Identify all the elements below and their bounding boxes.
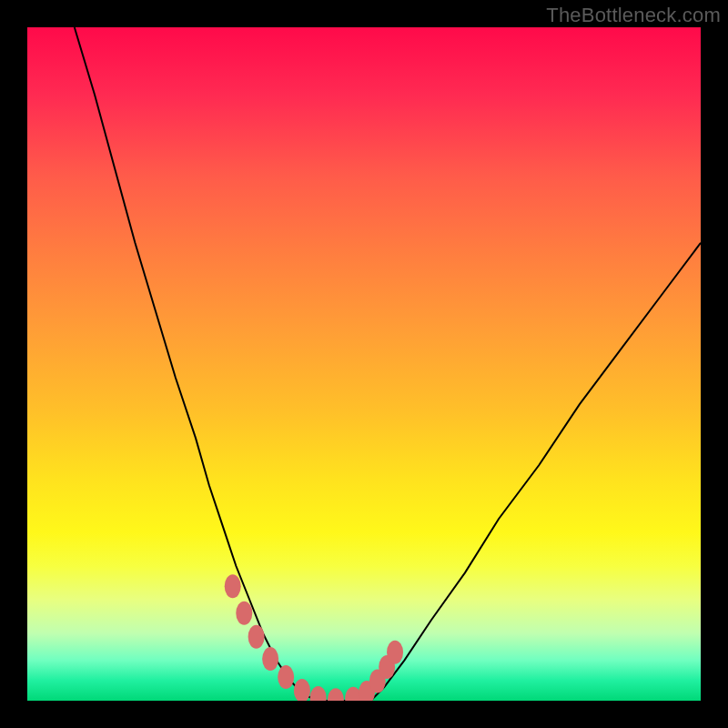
marker-point xyxy=(278,665,294,689)
watermark-text: TheBottleneck.com xyxy=(546,4,721,27)
marker-point xyxy=(310,686,327,701)
marker-point xyxy=(387,641,403,664)
marker-point xyxy=(225,574,241,598)
marker-point xyxy=(294,679,310,701)
chart-container xyxy=(27,27,701,701)
chart-svg xyxy=(27,27,701,701)
curve-left-branch xyxy=(75,27,317,701)
marker-group xyxy=(225,574,403,701)
marker-point xyxy=(248,625,265,649)
marker-point xyxy=(262,647,278,671)
marker-point xyxy=(328,688,344,701)
marker-point xyxy=(236,602,252,625)
curve-right-branch xyxy=(370,243,701,701)
